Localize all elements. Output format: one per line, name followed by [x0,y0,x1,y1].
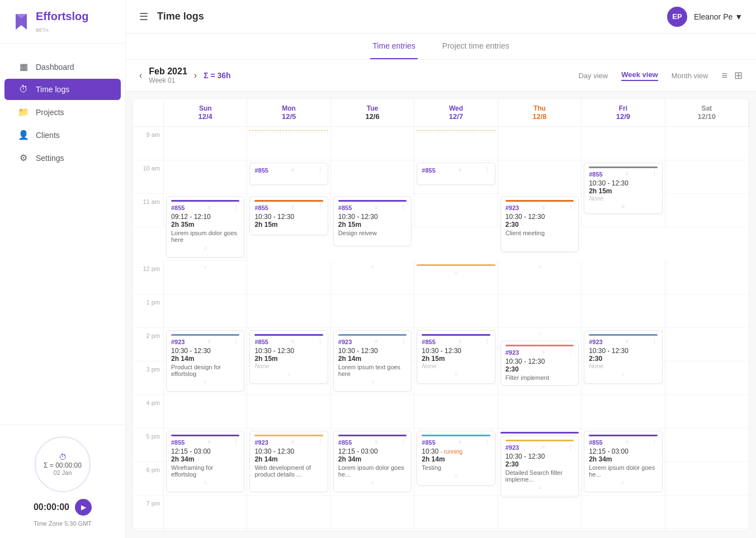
sidebar-item-timelogs[interactable]: ⏱ Time logs [4,79,121,100]
prev-button[interactable]: ‹ [139,70,142,80]
day-header-thu: Thu 12/8 [498,99,582,127]
entry-card[interactable]: #855 = ⋮ 10:30 - 12:30 2h 15m Design rei… [333,196,412,246]
sidebar-item-settings[interactable]: ⚙ Settings [4,147,121,169]
cell-sat-11am [665,194,749,227]
cell-mon-1pm [247,294,330,328]
dotted-mon [249,130,328,131]
cell-fri-8pm [582,529,665,531]
calendar-week: Week 01 [149,77,187,84]
day-header-sun: Sun 12/4 [164,99,247,127]
entry-id: #855 [422,167,435,174]
sidebar-item-clients[interactable]: 👤 Clients [4,124,121,146]
entry-card[interactable]: #855 = ⋮ [417,163,495,185]
cell-tue-5pm: #855 = ⋮ 12:15 - 03:00 2h 34m Lorem ipsu… [331,429,414,462]
cell-thu-5pm: #923 = ⋮ 10:30 - 12:30 2:30 Detailed Sea… [498,429,582,462]
time-label-1pm: 1 pm [133,294,164,328]
time-row-3pm: 3 pm [133,361,749,395]
entry-card[interactable]: #855 = ⋮ 10:30 - 12:30 2h 15m [249,196,328,235]
time-label-4pm: 4 pm [133,395,164,429]
cell-fri-1pm [582,294,665,328]
cell-sun-9am [164,127,247,160]
cell-wed-8pm [414,529,498,531]
timer-play-button[interactable]: ▶ [75,499,92,516]
time-label-3pm: 3 pm [133,361,164,395]
cell-mon-3pm [247,361,330,395]
cell-wed-6pm [414,462,498,496]
sidebar-nav: ▦ Dashboard ⏱ Time logs 📁 Projects 👤 Cli… [0,44,125,425]
topbar: ☰ Time logs EP Eleanor Pe ▼ [126,0,756,34]
cell-sun-5pm: #855 = ⋮ 12:15 - 03:00 2h 34m Wireframin… [164,429,247,462]
cell-wed-3pm [414,361,498,395]
week-view-button[interactable]: Week view [621,70,658,81]
next-button[interactable]: › [194,70,197,80]
cell-fri-3pm [582,361,665,395]
cell-sun-6pm [164,462,247,496]
cell-mon-9am [247,127,330,160]
cell-fri-4pm [582,395,665,429]
cell-wed-2pm: #855 = ⋮ 10:30 - 12:30 2h 15m None = [414,328,498,361]
calendar-header: ‹ Feb 2021 Week 01 › Σ = 36h Day view We… [126,60,756,92]
list-view-icon[interactable]: ≡ [721,70,727,82]
cell-sun-3pm [164,361,247,395]
calendar-grid-wrapper: Sun 12/4 Mon 12/5 Tue 12/6 Wed 12/7 Thu [133,98,749,531]
timer-icon: ⏱ [59,453,67,461]
entry-equals: = [291,167,294,173]
calendar-nav: ‹ Feb 2021 Week 01 › Σ = 36h [139,66,231,84]
entry-menu[interactable]: ⋮ [484,166,490,174]
entry-card[interactable]: #855 = ⋮ [249,163,328,185]
menu-icon[interactable]: ☰ [139,11,148,23]
cell-sun-8pm [164,529,247,531]
cell-thu-7pm [498,496,582,529]
month-view-button[interactable]: Month view [672,72,708,80]
cell-sun-2pm: #923 = ⋮ 10:30 - 12:30 2h 14m Product de… [164,328,247,361]
sidebar-item-projects[interactable]: 📁 Projects [4,101,121,123]
cell-tue-7pm [331,496,414,529]
tab-time-entries[interactable]: Time entries [370,34,418,59]
time-row-8pm: 8 pm [133,529,749,531]
entry-equals: = [458,167,461,173]
avatar[interactable]: EP [667,7,687,27]
entry-card-855-sun[interactable]: #855 = ⋮ 09:12 - 12:10 2h 35m Lorem ipsu… [166,196,244,258]
cell-thu-8pm [498,529,582,531]
cell-mon-12pm [247,261,330,294]
cell-tue-10am [331,160,414,194]
cell-fri-9am [582,127,665,160]
cell-thu-1pm [498,294,582,328]
cell-mon-8pm [247,529,330,531]
time-row-5pm: 5 pm #855 = ⋮ 12:15 - 03:00 2h 34m Wiref… [133,429,749,462]
cell-sat-5pm [665,429,749,462]
main-area: ☰ Time logs EP Eleanor Pe ▼ Time entries… [126,0,756,538]
entry-menu[interactable]: ⋮ [651,170,658,178]
cell-wed-1pm [414,294,498,328]
cell-fri-12pm [582,261,665,294]
time-row-1pm: 1 pm [133,294,749,328]
entry-menu[interactable]: ⋮ [317,166,323,174]
day-headers: Sun 12/4 Mon 12/5 Tue 12/6 Wed 12/7 Thu [133,99,749,127]
cell-fri-11am [582,194,665,227]
logo-area: Effortslog BETA [0,0,125,44]
time-row-9am: 9 am [133,127,749,160]
entry-id: #855 [589,171,602,178]
time-label-6pm: 6 pm [133,462,164,496]
entry-card[interactable]: #923 = ⋮ 10:30 - 12:30 2:30 Client meeti… [500,196,579,252]
cell-sun-10am [164,160,247,194]
grid-view-icon[interactable]: ⊞ [734,69,743,82]
cell-sun-7pm [164,496,247,529]
calendar-area: ‹ Feb 2021 Week 01 › Σ = 36h Day view We… [126,60,756,538]
cell-thu-3pm [498,361,582,395]
calendar-month: Feb 2021 [149,66,187,77]
time-label-8pm: 8 pm [133,529,164,531]
cell-wed-10am: #855 = ⋮ [414,160,498,194]
day-header-tue: Tue 12/6 [331,99,414,127]
cell-tue-1pm [331,294,414,328]
sidebar: Effortslog BETA ▦ Dashboard ⏱ Time logs … [0,0,126,538]
sidebar-item-label-dashboard: Dashboard [36,63,74,72]
cell-mon-10am: #855 = ⋮ [247,160,330,194]
cell-mon-7pm [247,496,330,529]
day-view-button[interactable]: Day view [578,72,608,80]
sidebar-item-dashboard[interactable]: ▦ Dashboard [4,56,121,78]
day-header-sat: Sat 12/10 [665,99,749,127]
cell-wed-11am [414,194,498,227]
tab-project-time-entries[interactable]: Project time entries [440,34,512,59]
cell-tue-8pm [331,529,414,531]
